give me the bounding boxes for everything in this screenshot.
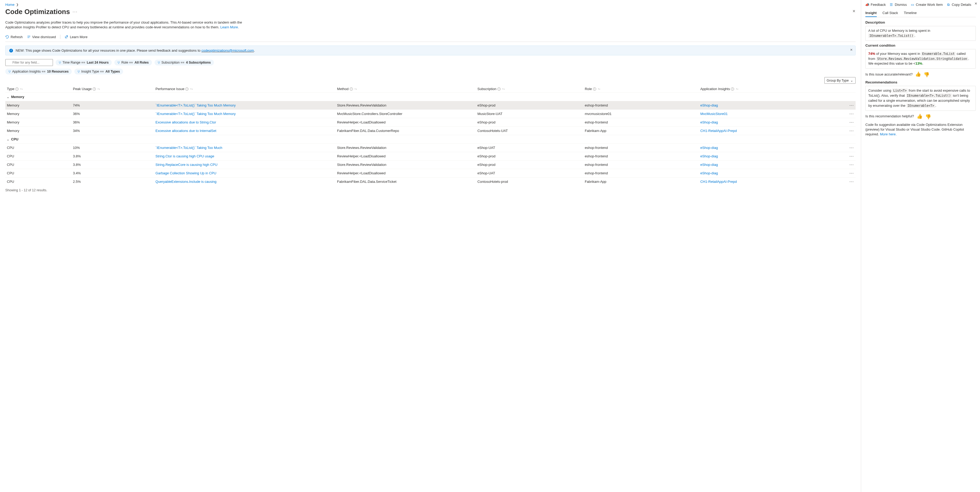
group-by-dropdown[interactable]: Group By Type ⌄ [824,77,856,84]
ai-link[interactable]: eShop-diag [700,146,718,150]
ai-link[interactable]: eShop-diag [700,163,718,167]
funnel-icon: ▽ [118,61,120,64]
more-here-link[interactable]: More here. [880,132,897,136]
row-more-button[interactable]: ··· [831,152,856,161]
condition-box: 74% of your Memory was spent in Enumerab… [865,49,976,69]
condition-heading: Current condition [865,43,976,48]
breadcrumb-home-link[interactable]: Home [5,3,14,6]
row-more-button[interactable]: ··· [831,177,856,186]
table-row[interactable]: Memory36% `IEnumerable<T>.ToList()` Taki… [5,110,856,118]
funnel-icon: ▽ [78,70,80,73]
ai-link[interactable]: eShop-diag [700,154,718,158]
info-icon: i [15,88,19,91]
row-more-button[interactable]: ··· [831,144,856,152]
refresh-icon [5,35,9,39]
chevron-down-icon: ⌄ [7,96,9,99]
refresh-button[interactable]: Refresh [5,35,23,39]
row-more-button[interactable]: ··· [831,127,856,135]
panel-close-icon[interactable]: ✕ [974,2,977,6]
ai-link[interactable]: eShop-diag [700,120,718,124]
row-more-button[interactable]: ··· [831,101,856,110]
filter-input[interactable] [5,59,53,66]
table-row[interactable]: Memory74% `IEnumerable<T>.ToList()` Taki… [5,101,856,110]
ai-link[interactable]: CH1-RetailAppAI-Prepd [700,180,737,184]
tab-timeline[interactable]: Timeline [904,9,917,17]
role-filter[interactable]: ▽ Role == All Roles [115,60,152,65]
thumbs-up-icon[interactable]: 👍 [915,71,921,77]
issue-link[interactable]: `IEnumerable<T>.ToList()` Taking Too Muc… [155,146,222,150]
insight-type-filter[interactable]: ▽ Insight Type == All Types [75,69,123,75]
feedback-button[interactable]: 📣Feedback [865,3,886,6]
group-memory[interactable]: ⌄Memory [5,93,856,101]
command-bar: Refresh View dismissed Learn More [5,33,856,42]
issue-link[interactable]: QueryableExtensions.Include is causing [155,180,216,184]
time-range-filter[interactable]: ▽ Time Range == Last 24 Hours [56,60,112,65]
app-insights-filter[interactable]: ▽ Application Insights == 10 Resources [5,69,72,75]
issue-link[interactable]: Excessive allocations due to InternalSet [155,129,216,133]
issue-link[interactable]: `IEnumerable<T>.ToList()` Taking Too Muc… [155,103,235,107]
table-row[interactable]: CPU3.8% String.ReplaceCore is causing hi… [5,161,856,169]
issue-link[interactable]: Garbage Collection Showing Up in CPU [155,171,216,175]
learn-more-link[interactable]: Learn More. [220,25,239,29]
subscription-filter[interactable]: ▽ Subscription == 4 Subscriptions [154,60,214,65]
col-role[interactable]: Rolei↑↓ [583,85,699,93]
page-description: Code Optimizations analyzes profiler tra… [5,20,249,29]
table-row[interactable]: CPU3.4% Garbage Collection Showing Up in… [5,169,856,177]
close-icon[interactable]: ✕ [853,9,856,13]
ai-link[interactable]: eShop-diag [700,103,718,107]
learn-more-button[interactable]: Learn More [65,35,88,39]
info-icon: i [350,88,353,91]
separator [60,35,60,39]
issue-link[interactable]: Excessive allocations due to String.Ctor [155,120,216,124]
table-row[interactable]: Memory36% Excessive allocations due to S… [5,118,856,127]
more-icon[interactable]: ··· [73,10,78,14]
extension-note: Code fix suggestion available via Code O… [865,122,976,137]
row-more-button[interactable]: ··· [831,118,856,127]
table-row[interactable]: CPU10% `IEnumerable<T>.ToList()` Taking … [5,144,856,152]
description-heading: Description [865,21,976,24]
view-dismissed-button[interactable]: View dismissed [27,35,56,39]
thumbs-down-icon[interactable]: 👍 [925,114,931,120]
col-peak[interactable]: Peak Usagei↑↓ [71,85,154,93]
col-subscription[interactable]: Subscriptioni↑↓ [476,85,583,93]
info-icon: i [185,88,188,91]
thumbs-down-icon[interactable]: 👍 [924,72,929,78]
issue-link[interactable]: String.Ctor is causing high CPU usage [155,154,214,158]
banner-close-icon[interactable]: ✕ [850,48,853,52]
table-row[interactable]: CPU3.8% String.Ctor is causing high CPU … [5,152,856,161]
sort-icon: ↑↓ [355,88,357,90]
info-icon: i [731,88,734,91]
thumbs-up-icon[interactable]: 👍 [917,113,923,119]
row-more-button[interactable]: ··· [831,110,856,118]
copy-details-button[interactable]: ⧉Copy Details [947,3,971,6]
ai-link[interactable]: MvcMusicStore01 [700,112,727,116]
group-cpu[interactable]: ⌄CPU [5,135,856,144]
row-more-button[interactable]: ··· [831,169,856,177]
accurate-question: Is this issue accurate/relevant? [865,72,913,76]
col-issue[interactable]: Performance Issuei↑↓ [154,85,336,93]
megaphone-icon: 📣 [865,3,869,6]
issue-link[interactable]: String.ReplaceCore is causing high CPU [155,163,217,167]
row-more-button[interactable]: ··· [831,161,856,169]
feedback-email-link[interactable]: codeoptimizations@microsoft.com [202,48,254,53]
issue-link[interactable]: `IEnumerable<T>.ToList()` Taking Too Muc… [155,112,235,116]
sort-icon: ↑↓ [97,88,100,90]
expected-percent: 13% [915,61,922,65]
dismiss-button[interactable]: ☰Dismiss [889,3,907,6]
info-icon: i [593,88,596,91]
col-ai[interactable]: Application Insightsi↑↓ [698,85,831,93]
funnel-icon: ▽ [158,61,160,64]
tab-call-stack[interactable]: Call Stack [883,9,898,17]
col-type[interactable]: Typei↑↓ [5,85,71,93]
table-row[interactable]: Memory34% Excessive allocations due to I… [5,127,856,135]
results-count: Showing 1 - 12 of 12 results. [5,188,856,192]
details-panel: ✕ 📣Feedback ☰Dismiss ▭Create Work Item ⧉… [861,0,980,492]
ai-link[interactable]: eShop-diag [700,171,718,175]
funnel-icon: ▽ [59,61,61,64]
tab-insight[interactable]: Insight [865,9,877,17]
ai-link[interactable]: CH1-RetailAppAI-Prepd [700,129,737,133]
table-row[interactable]: CPU2.5% QueryableExtensions.Include is c… [5,177,856,186]
create-work-item-button[interactable]: ▭Create Work Item [911,3,943,6]
col-method[interactable]: Methodi↑↓ [336,85,476,93]
external-link-icon [65,35,68,39]
